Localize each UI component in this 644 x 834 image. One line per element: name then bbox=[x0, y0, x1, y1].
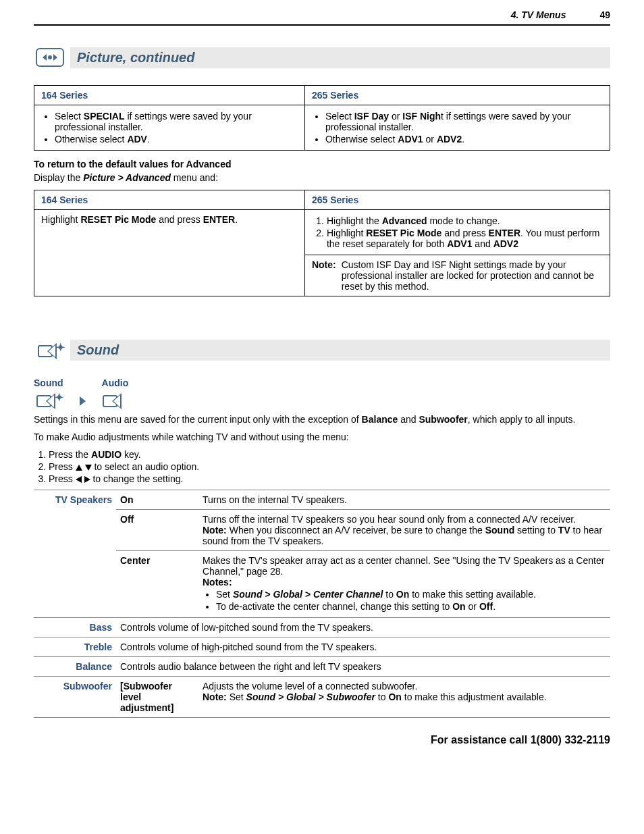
keyword: ENTER bbox=[203, 214, 235, 225]
keyword: ADV1 bbox=[398, 134, 423, 145]
keyword: Sound bbox=[485, 525, 515, 536]
keyword: On bbox=[396, 589, 409, 600]
keyword: Subwoofer bbox=[419, 414, 467, 425]
list-item: Set Sound > Global > Center Channel to O… bbox=[216, 589, 606, 600]
text: Set bbox=[227, 692, 246, 702]
balance-desc: Controls audio balance between the right… bbox=[116, 657, 610, 677]
keyword: Balance bbox=[362, 414, 398, 425]
text: menu and: bbox=[171, 172, 218, 183]
list-item: Otherwise select ADV. bbox=[55, 134, 298, 145]
text: Select bbox=[325, 111, 354, 122]
text: to bbox=[383, 589, 396, 600]
text: Press the bbox=[49, 449, 91, 460]
text: to make this setting available. bbox=[409, 589, 536, 600]
text: To de-activate the center channel, chang… bbox=[216, 601, 452, 612]
text: and bbox=[398, 414, 419, 425]
section-title-picture: Picture, continued bbox=[77, 50, 194, 65]
keyword: ADV1 bbox=[447, 238, 472, 249]
text: . bbox=[147, 134, 150, 145]
text: or bbox=[389, 111, 402, 122]
text: , which apply to all inputs. bbox=[468, 414, 576, 425]
list-item: Press the AUDIO key. bbox=[49, 449, 610, 460]
note-label: Note: bbox=[203, 692, 227, 702]
text: Settings in this menu are saved for the … bbox=[34, 414, 362, 425]
triangle-up-icon bbox=[76, 465, 82, 471]
triangle-down-icon bbox=[85, 465, 92, 471]
table1-col2-body: Select ISF Day or ISF Night if settings … bbox=[304, 105, 610, 151]
text: to bbox=[375, 692, 388, 702]
list-item: Press to change the setting. bbox=[49, 473, 610, 484]
text: key. bbox=[122, 449, 141, 460]
list-item: Press to select an audio option. bbox=[49, 461, 610, 472]
text: When you disconnect an A/V receiver, be … bbox=[227, 525, 485, 536]
text: Makes the TV's speaker array act as a ce… bbox=[203, 555, 604, 577]
reset-heading: To return to the default values for Adva… bbox=[34, 159, 610, 170]
breadcrumb-label: Audio bbox=[102, 377, 129, 388]
text: Otherwise select bbox=[55, 134, 127, 145]
keyword: ISF Nigh bbox=[402, 111, 441, 122]
list-item: Select SPECIAL if settings were saved by… bbox=[55, 111, 298, 132]
series-table-2: 164 Series 265 Series Highlight RESET Pi… bbox=[34, 190, 610, 296]
text: Press bbox=[49, 473, 76, 484]
text: Highlight bbox=[41, 214, 80, 225]
empty bbox=[34, 510, 116, 551]
row-label-bass: Bass bbox=[34, 618, 116, 637]
treble-desc: Controls volume of high-pitched sound fr… bbox=[116, 637, 610, 657]
keyword: On bbox=[388, 692, 401, 702]
breadcrumb: Sound ✦ Audio bbox=[34, 377, 610, 411]
chevron-right-icon bbox=[80, 396, 86, 406]
breadcrumb-sound: Sound ✦ bbox=[34, 377, 63, 411]
assistance-footer: For assistance call 1(800) 332-2119 bbox=[34, 734, 610, 746]
table2-note: Note: Custom ISF Day and ISF Night setti… bbox=[304, 255, 610, 296]
picture-icon bbox=[34, 46, 66, 69]
menu-path: Sound > Global > Subwoofer bbox=[246, 692, 375, 702]
text: and press bbox=[156, 214, 203, 225]
keyword: ADV bbox=[127, 134, 147, 145]
menu-path: Picture > Advanced bbox=[83, 172, 171, 183]
section-bar-picture: Picture, continued bbox=[34, 46, 610, 69]
keyword: RESET Pic Mode bbox=[366, 228, 441, 238]
speaker-plus-icon: ✦ bbox=[36, 391, 61, 411]
section-bar-sound: ✦ Sound bbox=[34, 338, 610, 361]
page-header: 4. TV Menus 49 bbox=[34, 7, 610, 26]
on-desc: Turns on the internal TV speakers. bbox=[198, 490, 610, 510]
bass-desc: Controls volume of low-pitched sound fro… bbox=[116, 618, 610, 637]
text: and bbox=[472, 238, 493, 249]
list-item: Select ISF Day or ISF Night if settings … bbox=[325, 111, 603, 132]
table1-col1-body: Select SPECIAL if settings were saved by… bbox=[34, 105, 305, 151]
text: . bbox=[235, 214, 238, 225]
subopt-subwoofer-level: [Subwoofer level adjustment] bbox=[116, 677, 198, 718]
sound-intro: Settings in this menu are saved for the … bbox=[34, 414, 610, 425]
subopt-center: Center bbox=[116, 551, 198, 618]
keyword: ADV2 bbox=[437, 134, 462, 145]
text: Press bbox=[49, 461, 76, 472]
keyword: SPECIAL bbox=[84, 111, 125, 122]
keyword: Advanced bbox=[382, 215, 427, 226]
text: and press bbox=[441, 228, 488, 238]
text: to select an audio option. bbox=[92, 461, 200, 472]
row-label-subwoofer: Subwoofer bbox=[34, 677, 116, 718]
empty bbox=[34, 551, 116, 618]
page-number: 49 bbox=[599, 9, 610, 20]
text: Highlight bbox=[327, 228, 366, 238]
reset-para: Display the Picture > Advanced menu and: bbox=[34, 172, 610, 183]
keyword: AUDIO bbox=[91, 449, 122, 460]
keyword: TV bbox=[558, 525, 570, 536]
subopt-on: On bbox=[116, 490, 198, 510]
series-table-1: 164 Series 265 Series Select SPECIAL if … bbox=[34, 85, 610, 151]
off-desc: Turns off the internal TV speakers so yo… bbox=[198, 510, 610, 551]
center-desc: Makes the TV's speaker array act as a ce… bbox=[198, 551, 610, 618]
text: Set bbox=[216, 589, 233, 600]
row-label-balance: Balance bbox=[34, 657, 116, 677]
table2-col1-body: Highlight RESET Pic Mode and press ENTER… bbox=[34, 210, 305, 296]
list-item: Highlight RESET Pic Mode and press ENTER… bbox=[327, 228, 603, 249]
audio-steps: Press the AUDIO key. Press to select an … bbox=[36, 449, 610, 484]
subwoofer-desc: Adjusts the volume level of a connected … bbox=[198, 677, 610, 718]
list-item: Highlight the Advanced mode to change. bbox=[327, 215, 603, 226]
triangle-left-icon bbox=[76, 476, 82, 483]
sound-adjust-intro: To make Audio adjustments while watching… bbox=[34, 432, 610, 442]
sound-icon: ✦ bbox=[34, 338, 66, 361]
text: to make this adjustment available. bbox=[402, 692, 547, 702]
speaker-icon bbox=[103, 391, 127, 411]
text: . bbox=[493, 601, 495, 612]
